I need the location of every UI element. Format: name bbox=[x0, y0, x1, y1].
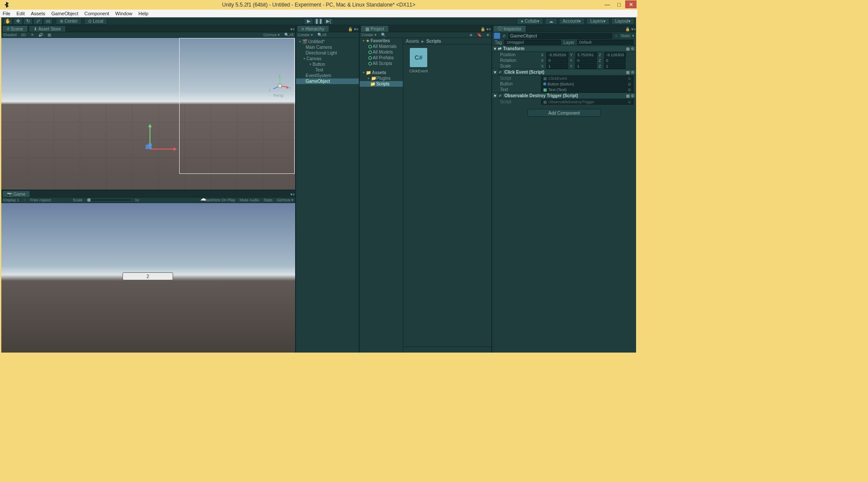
hierarchy-tab[interactable]: ≡ Hierarchy bbox=[297, 25, 329, 32]
rotate-tool-button[interactable]: ↻ bbox=[23, 18, 33, 25]
hierarchy-item-button[interactable]: ▾Button bbox=[296, 61, 359, 67]
cloud-button[interactable]: ☁ bbox=[545, 18, 557, 25]
menu-window[interactable]: Window bbox=[115, 11, 132, 16]
scale-z-field[interactable]: 1 bbox=[604, 64, 626, 69]
pivot-center-toggle[interactable]: ⊕ Center bbox=[56, 18, 82, 25]
clickevent-help-icon[interactable]: ▦ bbox=[626, 70, 630, 75]
hierarchy-item-canvas[interactable]: ▾Canvas bbox=[296, 56, 359, 61]
game-tab[interactable]: 📷 Game bbox=[2, 190, 30, 197]
script-field[interactable]: ▦ ClickEvent⊙ bbox=[541, 76, 633, 81]
rect-tool-button[interactable]: ▭ bbox=[43, 18, 53, 25]
inspector-panel-menu-icon[interactable]: ▾≡ bbox=[631, 27, 636, 32]
breadcrumb-scripts[interactable]: Scripts bbox=[426, 39, 441, 44]
position-z-field[interactable]: -9.126303 bbox=[604, 52, 626, 58]
stats-toggle[interactable]: Stats bbox=[263, 198, 272, 202]
menu-gameobject[interactable]: GameObject bbox=[51, 11, 78, 16]
project-search[interactable]: 🔍 bbox=[381, 33, 465, 37]
asset-store-tab[interactable]: ⬇ Asset Store bbox=[29, 25, 66, 32]
hierarchy-item-text[interactable]: Text bbox=[296, 67, 359, 73]
mute-audio-toggle[interactable]: Mute Audio bbox=[239, 198, 259, 202]
menu-assets[interactable]: Assets bbox=[31, 11, 45, 16]
hierarchy-lock-icon[interactable]: 🔒 bbox=[347, 27, 353, 32]
inspector-lock-icon[interactable]: 🔒 bbox=[625, 27, 630, 32]
maximize-on-play-toggle[interactable]: Maximize On Play bbox=[204, 198, 235, 202]
hierarchy-item-light[interactable]: Directional Light bbox=[296, 50, 359, 56]
hierarchy-item-camera[interactable]: Main Camera bbox=[296, 44, 359, 50]
scale-y-field[interactable]: 1 bbox=[575, 64, 597, 69]
close-button[interactable]: ✕ bbox=[625, 0, 637, 8]
menu-file[interactable]: File bbox=[3, 11, 10, 16]
scale-x-field[interactable]: 1 bbox=[546, 64, 568, 69]
game-ui-button[interactable]: 2 bbox=[123, 272, 173, 280]
add-component-button[interactable]: Add Component bbox=[528, 109, 601, 117]
game-gizmos-dropdown[interactable]: Gizmos ▾ bbox=[277, 198, 293, 202]
scene-panel-menu-icon[interactable]: ▾≡ bbox=[290, 27, 295, 32]
menu-help[interactable]: Help bbox=[138, 11, 148, 16]
scene-gizmos-dropdown[interactable]: Gizmos ▾ bbox=[263, 33, 280, 37]
clickevent-component-header[interactable]: ▾ ✓ Click Event (Script) ▦⚙ bbox=[492, 69, 636, 75]
folder-scripts[interactable]: 📁 Scripts bbox=[360, 81, 403, 87]
folder-plugins[interactable]: ▸📁 Plugins bbox=[360, 75, 403, 81]
position-x-field[interactable]: -5.552526 bbox=[546, 52, 568, 58]
scene-light-icon[interactable]: ☀ bbox=[31, 33, 34, 37]
fav-all-prefabs[interactable]: All Prefabs bbox=[360, 55, 403, 61]
hierarchy-item-eventsystem[interactable]: EventSystem bbox=[296, 73, 359, 78]
game-view[interactable]: 2 bbox=[1, 203, 295, 353]
position-y-field[interactable]: 5.752091 bbox=[575, 52, 597, 58]
menu-component[interactable]: Component bbox=[84, 11, 109, 16]
tag-dropdown[interactable]: Untagged bbox=[504, 40, 561, 45]
fav-all-models[interactable]: All Models bbox=[360, 49, 403, 55]
collab-dropdown[interactable]: ● Collab ▾ bbox=[517, 18, 543, 25]
project-create-dropdown[interactable]: Create ▾ bbox=[361, 33, 377, 37]
clickevent-enabled-checkbox[interactable]: ✓ bbox=[498, 70, 503, 75]
transform-gear-icon[interactable]: ⚙ bbox=[631, 47, 634, 51]
project-star-icon[interactable]: ★ bbox=[486, 33, 490, 37]
hierarchy-item-gameobject[interactable]: GameObject bbox=[296, 78, 359, 84]
layers-dropdown[interactable]: Layers ▾ bbox=[586, 18, 609, 25]
shaded-dropdown[interactable]: Shaded bbox=[3, 33, 17, 37]
asset-clickevent[interactable]: C# ClickEvent bbox=[407, 48, 430, 73]
local-global-toggle[interactable]: ⊙ Local bbox=[84, 18, 107, 25]
asset-grid[interactable]: C# ClickEvent bbox=[403, 44, 491, 346]
obsdestroy-help-icon[interactable]: ▦ bbox=[626, 94, 630, 98]
layer-dropdown[interactable]: Default bbox=[577, 40, 633, 45]
gameobject-icon[interactable] bbox=[494, 33, 500, 39]
obs-script-field[interactable]: ▦ ObservableDestroyTrigger⊙ bbox=[541, 99, 633, 105]
obsdestroy-component-header[interactable]: ▾ ✓ Observable Destroy Trigger (Script) … bbox=[492, 92, 636, 99]
obsdestroy-enabled-checkbox[interactable]: ✓ bbox=[498, 93, 503, 98]
hierarchy-search[interactable]: 🔍All bbox=[317, 33, 327, 37]
project-label-icon[interactable]: 🔖 bbox=[477, 33, 482, 37]
transform-gizmo[interactable] bbox=[144, 123, 179, 159]
active-checkbox[interactable]: ✓ bbox=[502, 34, 507, 38]
play-button[interactable]: ▶ bbox=[304, 18, 313, 25]
fav-all-scripts[interactable]: All Scripts bbox=[360, 61, 403, 66]
static-dropdown-icon[interactable]: ▾ bbox=[632, 34, 634, 38]
clickevent-foldout-icon[interactable]: ▾ bbox=[494, 70, 496, 75]
scale-tool-button[interactable]: ⤢ bbox=[33, 18, 43, 25]
asset-size-slider[interactable] bbox=[403, 346, 491, 353]
project-tab[interactable]: ▦ Project bbox=[361, 25, 389, 32]
transform-help-icon[interactable]: ▦ bbox=[626, 47, 630, 51]
menu-edit[interactable]: Edit bbox=[17, 11, 25, 16]
fav-all-materials[interactable]: All Materials bbox=[360, 44, 403, 49]
project-lock-icon[interactable]: 🔒 bbox=[480, 27, 485, 32]
display-dropdown[interactable]: Display 1 bbox=[3, 198, 19, 202]
project-filter-icon[interactable]: ◈ bbox=[470, 33, 473, 37]
scene-view[interactable]: y x z Persp ☁ bbox=[1, 38, 295, 190]
scene-search[interactable]: 🔍All bbox=[284, 33, 293, 37]
transform-component-header[interactable]: ▾ ⇄ Transform ▦⚙ bbox=[492, 45, 636, 52]
minimize-button[interactable]: — bbox=[602, 0, 613, 8]
pause-button[interactable]: ❚❚ bbox=[314, 18, 323, 25]
text-field[interactable]: ▦Text (Text)⊙ bbox=[541, 87, 633, 92]
button-field[interactable]: Button (Button)⊙ bbox=[541, 81, 633, 87]
scene-tab[interactable]: # Scene bbox=[2, 25, 28, 32]
game-panel-menu-icon[interactable]: ▾≡ bbox=[290, 192, 295, 197]
step-button[interactable]: ▶| bbox=[324, 18, 334, 25]
2d-toggle[interactable]: 2D bbox=[21, 33, 26, 37]
scene-fx-icon[interactable]: ▦ bbox=[48, 33, 51, 37]
rotation-x-field[interactable]: 0 bbox=[546, 58, 568, 63]
clickevent-gear-icon[interactable]: ⚙ bbox=[631, 70, 634, 75]
project-panel-menu-icon[interactable]: ▾≡ bbox=[486, 27, 491, 32]
favorites-section[interactable]: ▾★ Favorites bbox=[360, 38, 403, 44]
rotation-y-field[interactable]: 0 bbox=[575, 58, 597, 63]
